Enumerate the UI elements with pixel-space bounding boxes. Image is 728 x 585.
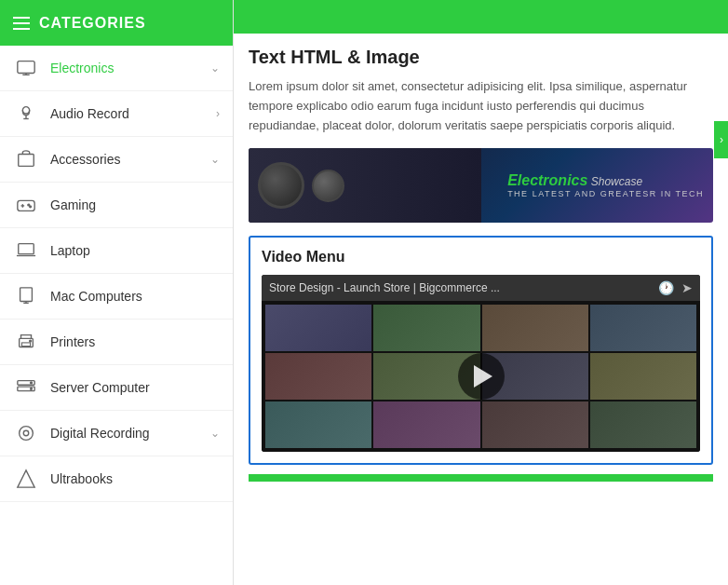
sidebar-item-accessories[interactable]: Accessories ⌄ [0,137,233,183]
sidebar-item-label-laptop: Laptop [50,243,220,258]
banner-text-area: Electronics Showcase THE LATEST AND GREA… [507,172,704,198]
sidebar-header: CATEGORIES [0,0,233,46]
chevron-down-icon-digital: ⌄ [210,427,220,440]
chevron-down-icon-electronics: ⌄ [210,61,220,75]
chevron-right-icon-audio: › [216,107,220,120]
mac-computers-icon [13,286,39,306]
sidebar-item-audio-record[interactable]: Audio Record › [0,91,233,137]
banner-cameras [249,148,481,223]
svg-rect-17 [21,343,30,347]
audio-record-icon [13,103,39,124]
electronics-icon [13,58,39,78]
video-player[interactable]: Store Design - Launch Store | Bigcommerc… [262,275,700,452]
thumb-1 [265,305,371,351]
sidebar-item-ultrabooks[interactable]: Ultrabooks [0,456,233,502]
video-thumbnails-grid [262,301,700,452]
sidebar-item-label-server-computer: Server Computer [50,380,220,395]
sidebar: CATEGORIES Electronics ⌄ Audio Record › … [0,0,234,585]
main-inner: Text HTML & Image Lorem ipsum dolor sit … [234,34,728,482]
sidebar-item-label-accessories: Accessories [50,152,199,167]
ultrabooks-icon [13,469,39,489]
svg-rect-13 [20,288,33,302]
thumb-2 [373,305,479,351]
camera-circle-small [312,170,344,202]
thumb-4 [590,305,696,351]
sidebar-item-label-electronics: Electronics [50,61,199,75]
clock-icon: 🕐 [658,280,674,295]
accessories-icon [13,149,39,170]
svg-point-18 [30,340,32,342]
share-icon[interactable]: ➤ [681,280,693,295]
svg-point-24 [23,430,29,436]
thumb-5 [265,353,371,400]
video-toolbar: Store Design - Launch Store | Bigcommerc… [262,275,700,301]
svg-rect-0 [18,61,34,74]
sidebar-header-label: CATEGORIES [39,15,146,32]
bottom-green-bar [249,474,713,482]
gaming-icon [13,195,39,215]
svg-point-11 [30,206,32,208]
sidebar-item-gaming[interactable]: Gaming [0,183,233,228]
sidebar-item-digital-recording[interactable]: Digital Recording ⌄ [0,411,233,456]
sidebar-item-server-computer[interactable]: Server Computer [0,365,233,411]
main-content-area: Text HTML & Image Lorem ipsum dolor sit … [234,0,728,585]
svg-rect-7 [18,200,34,211]
hamburger-icon[interactable] [13,17,30,30]
svg-point-22 [31,388,33,389]
right-scroll-arrow[interactable]: › [714,121,728,158]
sidebar-item-label-ultrabooks: Ultrabooks [50,471,220,486]
digital-recording-icon [13,423,39,443]
section1-body: Lorem ipsum dolor sit amet, consectetur … [249,77,713,135]
thumb-9 [265,401,371,448]
thumb-11 [482,401,588,448]
svg-point-10 [28,204,30,206]
video-title-text: Store Design - Launch Store | Bigcommerc… [269,281,651,294]
thumb-10 [373,401,479,448]
sidebar-item-label-mac-computers: Mac Computers [50,289,220,304]
banner-tagline: THE LATEST AND GREATESR IN TECH [507,189,704,198]
printers-icon [13,332,39,352]
svg-point-3 [22,107,29,114]
svg-marker-25 [18,470,34,487]
sidebar-item-label-audio-record: Audio Record [50,106,205,121]
thumb-12 [590,401,696,448]
sidebar-item-printers[interactable]: Printers [0,320,233,365]
camera-circle-large [258,162,304,209]
play-triangle-icon [474,365,492,388]
play-button[interactable] [458,353,505,400]
server-computer-icon [13,377,39,398]
thumb-3 [482,305,588,351]
sidebar-item-electronics[interactable]: Electronics ⌄ [0,46,233,91]
svg-point-23 [20,427,34,441]
svg-point-21 [31,382,33,384]
svg-rect-6 [19,155,34,167]
sidebar-item-label-gaming: Gaming [50,197,220,212]
video-menu-title: Video Menu [262,249,700,265]
laptop-icon [13,240,39,261]
thumb-8 [590,353,696,400]
sidebar-item-laptop[interactable]: Laptop [0,228,233,274]
sidebar-item-label-printers: Printers [50,334,220,349]
sidebar-item-mac-computers[interactable]: Mac Computers [0,274,233,320]
chevron-down-icon-accessories: ⌄ [210,153,220,166]
electronics-banner: Electronics Showcase THE LATEST AND GREA… [249,148,713,223]
top-green-bar [234,0,728,34]
video-menu-section: Video Menu Store Design - Launch Store |… [249,236,713,465]
svg-rect-12 [19,244,34,254]
sidebar-item-label-digital-recording: Digital Recording [50,426,199,441]
section1-title: Text HTML & Image [249,47,713,68]
banner-brand: Electronics Showcase [507,172,704,189]
